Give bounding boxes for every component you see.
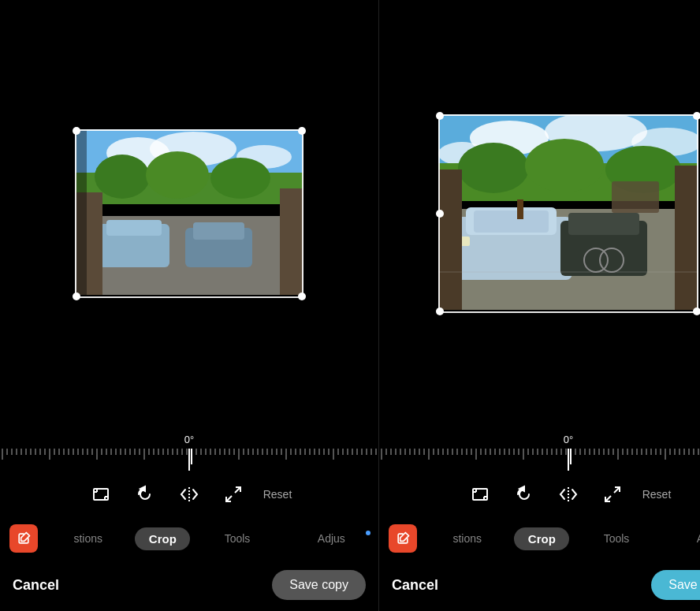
right-cancel-btn[interactable]: Cancel — [392, 577, 438, 594]
ruler-tick — [243, 449, 244, 455]
left-tab-adjust-label: Adjus — [318, 532, 345, 545]
svg-rect-12 — [193, 222, 244, 240]
ruler-tick — [20, 449, 22, 455]
ruler-tick — [537, 449, 538, 455]
ruler-tick — [257, 449, 259, 455]
ruler-tick — [120, 449, 121, 455]
left-save-copy-btn[interactable]: Save copy — [272, 570, 366, 600]
ruler-tick — [342, 449, 344, 455]
ruler-tick — [646, 449, 647, 455]
ruler-tick — [314, 449, 315, 455]
ruler-tick — [91, 449, 93, 455]
left-tab-bar: stions Crop Tools Adjus — [0, 515, 378, 562]
left-reset-btn[interactable]: Reset — [263, 480, 292, 509]
ruler-tick — [58, 449, 60, 455]
left-crop-container[interactable] — [75, 129, 303, 298]
right-tab-adjust[interactable]: Adjus — [664, 527, 700, 550]
ruler-tick — [461, 449, 463, 455]
ruler-tick — [655, 449, 657, 455]
ruler-tick — [337, 449, 339, 455]
left-tools-bar: Reset — [0, 474, 378, 515]
ruler-tick — [475, 449, 477, 460]
left-angle-label: 0° — [184, 434, 194, 445]
ruler-tick — [466, 449, 467, 455]
ruler-tick — [323, 449, 325, 455]
left-tab-edit-icon[interactable] — [0, 520, 41, 557]
left-cancel-btn[interactable]: Cancel — [13, 577, 59, 594]
left-ruler[interactable] — [0, 449, 378, 471]
right-save-copy-btn[interactable]: Save copy — [651, 570, 700, 600]
svg-point-7 — [210, 158, 270, 199]
left-tab-adjust[interactable]: Adjus — [285, 527, 378, 550]
left-expand-btn[interactable] — [219, 480, 248, 509]
rotate-icon — [136, 485, 155, 504]
ruler-tick — [106, 449, 107, 455]
right-rotate-icon — [515, 485, 534, 504]
right-reset-btn[interactable]: Reset — [642, 480, 672, 509]
left-edit-icon-btn[interactable] — [9, 524, 38, 553]
svg-rect-36 — [474, 210, 549, 233]
ruler-tick — [447, 449, 449, 455]
ruler-tick — [480, 449, 482, 455]
ruler-tick — [54, 449, 55, 455]
ruler-tick — [153, 449, 155, 455]
right-rotate-btn[interactable] — [510, 480, 538, 509]
ruler-tick — [73, 449, 74, 455]
right-crop-container[interactable] — [438, 114, 698, 313]
svg-point-5 — [95, 155, 150, 199]
ruler-tick — [565, 449, 567, 455]
left-adjust-dot — [366, 531, 370, 535]
ruler-tick — [608, 449, 609, 455]
ruler-tick — [542, 449, 543, 455]
left-flip-btn[interactable] — [175, 480, 203, 509]
ruler-tick — [532, 449, 534, 455]
ruler-tick — [617, 449, 619, 460]
left-aspect-btn[interactable] — [87, 480, 115, 509]
svg-line-23 — [226, 496, 232, 501]
ruler-tick — [143, 449, 145, 460]
right-tab-edit-icon[interactable] — [379, 520, 420, 557]
right-edit-icon-btn[interactable] — [389, 524, 417, 553]
ruler-tick — [68, 449, 69, 455]
right-angle-label: 0° — [564, 434, 573, 445]
right-action-bar: Cancel Save copy — [379, 562, 700, 611]
right-ruler[interactable] — [379, 449, 700, 471]
ruler-tick — [139, 449, 140, 455]
right-expand-icon — [603, 485, 622, 504]
right-tab-tools[interactable]: Tools — [569, 527, 663, 550]
edit-photo-icon — [16, 531, 32, 546]
left-tab-crop[interactable]: Crop — [135, 527, 190, 550]
ruler-tick — [513, 449, 515, 455]
ruler-tick — [589, 449, 590, 455]
left-tab-tools[interactable]: Tools — [190, 527, 284, 550]
ruler-tick — [248, 449, 249, 455]
svg-rect-40 — [438, 170, 462, 310]
ruler-tick — [428, 449, 430, 460]
svg-rect-42 — [612, 181, 659, 213]
ruler-tick — [191, 449, 192, 464]
right-tab-crop[interactable]: Crop — [514, 527, 569, 550]
right-expand-btn[interactable] — [598, 480, 627, 509]
ruler-tick — [456, 449, 458, 455]
ruler-tick — [318, 449, 320, 455]
right-tab-suggestions[interactable]: stions — [420, 527, 514, 550]
ruler-tick — [276, 449, 277, 455]
ruler-tick — [688, 449, 690, 455]
expand-icon — [224, 485, 243, 504]
svg-rect-47 — [473, 489, 487, 500]
svg-rect-15 — [75, 129, 87, 295]
right-flip-btn[interactable] — [554, 480, 583, 509]
svg-line-22 — [235, 487, 240, 493]
right-aspect-btn[interactable] — [466, 480, 494, 509]
ruler-tick — [266, 449, 268, 455]
left-tab-suggestions[interactable]: stions — [41, 527, 135, 550]
ruler-tick — [650, 449, 652, 455]
left-action-bar: Cancel Save copy — [0, 562, 378, 611]
left-rotate-btn[interactable] — [131, 480, 159, 509]
ruler-tick — [148, 449, 150, 455]
svg-rect-41 — [675, 166, 698, 310]
right-ruler-section: 0° — [379, 427, 700, 474]
ruler-tick — [395, 449, 397, 455]
ruler-tick — [518, 449, 519, 455]
ruler-tick — [96, 449, 98, 460]
